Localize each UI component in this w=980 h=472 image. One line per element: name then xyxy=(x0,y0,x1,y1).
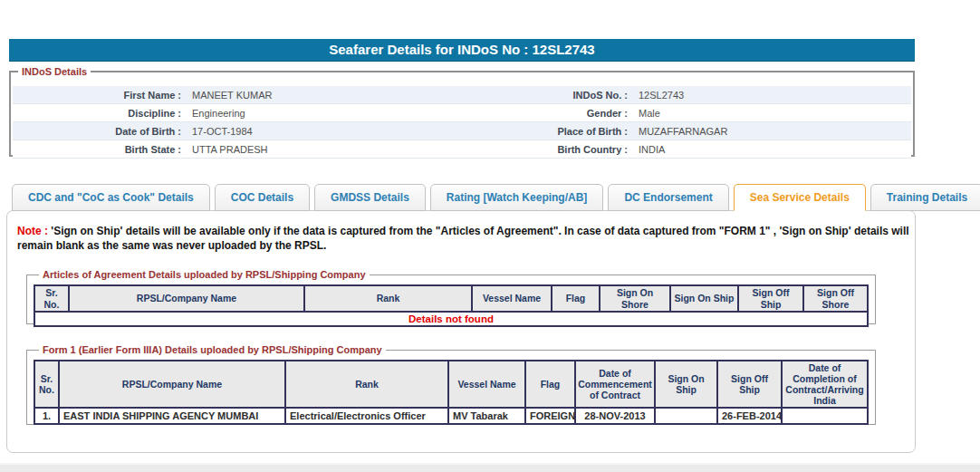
articles-of-agreement-legend: Articles of Agreement Details uploaded b… xyxy=(39,269,370,280)
col-header-rpsl-company-name: RPSL/Company Name xyxy=(59,361,285,408)
cell-sign-on-ship xyxy=(655,408,717,424)
col-header-sign-off-ship: Sign Off Ship xyxy=(717,361,782,408)
birth-state-label: Birth State : xyxy=(13,144,189,155)
cell-rpsl-company-name: EAST INDIA SHIPPING AGENCY MUMBAI xyxy=(59,408,285,424)
col-header-rank: Rank xyxy=(285,361,448,408)
col-header-vessel-name: Vessel Name xyxy=(472,285,552,312)
form1-details-legend: Form 1 (Earlier Form IIIA) Details uploa… xyxy=(39,344,386,355)
form1-details-fieldset: Form 1 (Earlier Form IIIA) Details uploa… xyxy=(26,344,876,425)
details-not-found-message: Details not found xyxy=(34,312,868,326)
gender-label: Gender : xyxy=(493,108,636,119)
gender-value: Male xyxy=(636,108,911,119)
cell-sign-off-ship: 26-FEB-2014 xyxy=(717,408,782,424)
page-title: Seafarer Details for INDoS No : 12SL2743 xyxy=(9,39,915,62)
tab-sea-service-details[interactable]: Sea Service Details xyxy=(734,184,866,211)
tab-training-details[interactable]: Training Details xyxy=(870,184,980,211)
col-header-sign-on-shore: Sign On Shore xyxy=(600,285,670,312)
form1-details-table: Sr. No. RPSL/Company Name Rank Vessel Na… xyxy=(34,360,869,425)
cell-flag: FOREIGN xyxy=(525,408,575,424)
col-header-sign-off-ship: Sign Off Ship xyxy=(738,285,803,312)
table-header-row: Sr. No. RPSL/Company Name Rank Vessel Na… xyxy=(34,361,868,408)
col-header-sr-no: Sr. No. xyxy=(34,361,59,408)
note-body: 'Sign on Ship' details will be available… xyxy=(17,225,909,252)
horizontal-scrollbar[interactable] xyxy=(0,463,980,472)
date-of-birth-label: Date of Birth : xyxy=(13,126,189,137)
tab-gmdss-details[interactable]: GMDSS Details xyxy=(314,184,426,211)
cell-date-of-commencement: 28-NOV-2013 xyxy=(575,408,655,424)
col-header-flag: Flag xyxy=(525,361,575,408)
indos-row: Discipline : Engineering Gender : Male xyxy=(13,104,911,122)
tab-dc-endorsement[interactable]: DC Endorsement xyxy=(608,184,728,211)
col-header-rpsl-company-name: RPSL/Company Name xyxy=(69,285,304,312)
col-header-flag: Flag xyxy=(552,285,600,312)
col-header-date-of-completion: Date of Completion of Contract/Arriving … xyxy=(782,361,868,408)
birth-state-value: UTTA PRADESH xyxy=(189,144,493,155)
indos-no-value: 12SL2743 xyxy=(636,90,911,101)
date-of-birth-value: 17-OCT-1984 xyxy=(189,126,493,137)
birth-country-value: INDIA xyxy=(636,144,911,155)
indos-no-label: INDoS No. : xyxy=(493,90,636,101)
note-prefix: Note : xyxy=(17,225,48,237)
tab-rating-watch-keeping-ab[interactable]: Rating [Watch Keeping/AB] xyxy=(430,184,604,211)
birth-country-label: Birth Country : xyxy=(493,144,636,155)
note-text: Note : 'Sign on Ship' details will be av… xyxy=(17,225,914,254)
first-name-value: MANEET KUMAR xyxy=(189,90,493,101)
tab-cdc-coc-as-cook-details[interactable]: CDC and "CoC as Cook" Details xyxy=(12,184,210,211)
discipline-label: Discipline : xyxy=(13,108,189,119)
col-header-rank: Rank xyxy=(304,285,472,312)
cell-sr-no: 1. xyxy=(34,408,59,424)
discipline-value: Engineering xyxy=(189,108,493,119)
first-name-label: First Name : xyxy=(13,90,189,101)
indos-details-legend: INDoS Details xyxy=(18,66,91,77)
col-header-date-of-commencement: Date of Commencement of Contract xyxy=(575,361,655,408)
col-header-sign-off-shore: Sign Off Shore xyxy=(803,285,868,312)
cell-vessel-name: MV Tabarak xyxy=(448,408,525,424)
tab-bar: CDC and "CoC as Cook" Details COC Detail… xyxy=(12,184,980,211)
articles-of-agreement-table: Sr. No. RPSL/Company Name Rank Vessel Na… xyxy=(34,284,869,327)
place-of-birth-label: Place of Birth : xyxy=(493,126,636,137)
indos-row: Birth State : UTTA PRADESH Birth Country… xyxy=(13,140,911,159)
indos-details-fieldset: INDoS Details First Name : MANEET KUMAR … xyxy=(9,66,915,157)
col-header-sign-on-ship: Sign On Ship xyxy=(670,285,738,312)
col-header-sign-on-ship: Sign On Ship xyxy=(655,361,717,408)
cell-date-of-completion xyxy=(782,408,868,424)
indos-row: Date of Birth : 17-OCT-1984 Place of Bir… xyxy=(13,122,911,140)
cell-rank: Electrical/Electronics Officer xyxy=(285,408,448,424)
tab-coc-details[interactable]: COC Details xyxy=(215,184,310,211)
place-of-birth-value: MUZAFFARNAGAR xyxy=(636,126,911,137)
articles-of-agreement-fieldset: Articles of Agreement Details uploaded b… xyxy=(26,269,876,324)
indos-row: First Name : MANEET KUMAR INDoS No. : 12… xyxy=(13,86,911,104)
col-header-sr-no: Sr. No. xyxy=(34,285,69,312)
empty-result-row: Details not found xyxy=(34,312,868,326)
table-row: 1. EAST INDIA SHIPPING AGENCY MUMBAI Ele… xyxy=(34,408,868,424)
table-header-row: Sr. No. RPSL/Company Name Rank Vessel Na… xyxy=(34,285,868,312)
col-header-vessel-name: Vessel Name xyxy=(448,361,525,408)
